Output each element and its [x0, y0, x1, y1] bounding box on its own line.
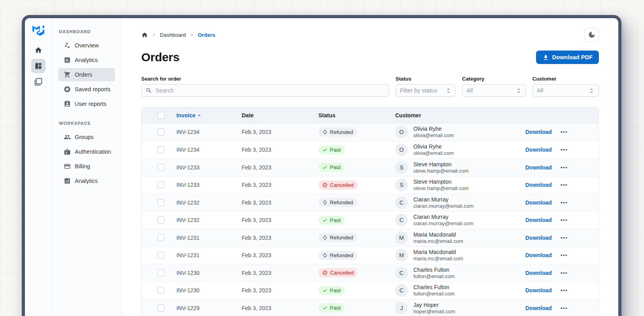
- customer-name: Charles Fulton: [413, 267, 455, 273]
- dashboard-icon: [34, 62, 42, 70]
- row-checkbox[interactable]: [157, 269, 165, 276]
- breadcrumb-orders[interactable]: Orders: [198, 32, 215, 38]
- row-checkbox[interactable]: [157, 252, 165, 259]
- more-options-button[interactable]: •••: [561, 252, 568, 258]
- download-link[interactable]: Download: [525, 305, 552, 311]
- customer-email: steve.hamp@email.com: [413, 168, 469, 174]
- download-link[interactable]: Download: [525, 164, 552, 171]
- avatar: J: [395, 302, 408, 314]
- rail-button-home[interactable]: [31, 43, 45, 57]
- row-checkbox[interactable]: [157, 234, 165, 241]
- download-link[interactable]: Download: [525, 270, 552, 276]
- category-filter-select[interactable]: All: [462, 84, 526, 97]
- block-icon: [322, 270, 328, 275]
- download-link[interactable]: Download: [525, 235, 552, 241]
- status-filter-label: Status: [396, 76, 456, 82]
- row-checkbox[interactable]: [157, 287, 165, 294]
- status-badge: Paid: [318, 216, 345, 225]
- sidebar-item-groups[interactable]: Groups: [58, 130, 115, 144]
- download-pdf-button[interactable]: Download PDF: [536, 51, 599, 64]
- sidebar-item-overview[interactable]: Overview: [58, 39, 115, 52]
- invoice-id: INV-1233: [176, 164, 242, 171]
- customer-email: hoper@email.com: [413, 308, 455, 314]
- customer-filter-label: Customer: [532, 76, 599, 82]
- download-link[interactable]: Download: [525, 129, 552, 135]
- download-link[interactable]: Download: [525, 147, 552, 153]
- more-options-button[interactable]: •••: [561, 270, 568, 276]
- status-filter-select[interactable]: Filter by status: [396, 84, 456, 97]
- status-badge: Paid: [318, 145, 345, 154]
- sidebar-item-billing[interactable]: Billing: [58, 160, 115, 173]
- table-row: INV-1230 Feb 3, 2023 Cancelled C Charles…: [142, 264, 599, 282]
- sidebar-item-label: User reports: [75, 101, 106, 107]
- window-grip-dots: [618, 23, 621, 31]
- sidebar-item-authentication[interactable]: Authentication: [58, 145, 115, 158]
- customer-email: fulton@email.com: [413, 291, 455, 297]
- table-row: INV-1232 Feb 3, 2023 Paid C Ciaran Murra…: [142, 211, 599, 229]
- select-all-checkbox[interactable]: [157, 112, 165, 119]
- sidebar-item-orders[interactable]: Orders: [58, 68, 115, 81]
- main-content: Dashboard Orders Orders Download PDF Sea…: [122, 18, 618, 316]
- search-input[interactable]: [155, 87, 385, 94]
- download-link[interactable]: Download: [525, 252, 552, 258]
- order-date: Feb 3, 2023: [242, 305, 318, 311]
- more-options-button[interactable]: •••: [561, 182, 568, 188]
- sidebar-item-label: Analytics: [75, 57, 98, 63]
- download-link[interactable]: Download: [525, 287, 552, 293]
- more-options-button[interactable]: •••: [561, 129, 568, 135]
- autorenew-icon: [322, 235, 328, 240]
- sidebar-section: DASHBOARD Overview Analytics Orders Save…: [58, 29, 115, 111]
- more-options-button[interactable]: •••: [561, 200, 568, 205]
- sidebar-item-user-reports[interactable]: User reports: [58, 97, 115, 111]
- row-checkbox[interactable]: [157, 164, 165, 171]
- mui-logo-icon: [32, 25, 44, 36]
- dark-mode-toggle[interactable]: [585, 28, 599, 42]
- chevron-right-icon: [151, 32, 157, 38]
- column-header-status: Status: [318, 112, 395, 118]
- order-date: Feb 3, 2023: [242, 252, 318, 258]
- sidebar-item-analytics[interactable]: Analytics: [58, 53, 115, 67]
- invoice-id: INV-1234: [176, 147, 242, 153]
- row-checkbox[interactable]: [157, 181, 165, 188]
- table-row: INV-1234 Feb 3, 2023 Paid O Olivia Ryhe …: [142, 141, 599, 159]
- more-options-button[interactable]: •••: [561, 288, 568, 293]
- avatar: S: [395, 179, 408, 191]
- customer-filter-select[interactable]: All: [532, 84, 599, 97]
- more-options-button[interactable]: •••: [561, 217, 568, 223]
- rail-button-layers[interactable]: [31, 75, 45, 89]
- check-icon: [322, 165, 328, 170]
- row-checkbox[interactable]: [157, 146, 165, 153]
- sidebar-item-analytics-ws[interactable]: Analytics: [58, 174, 115, 188]
- autorenew-icon: [322, 200, 328, 205]
- search-label: Search for order: [141, 76, 389, 82]
- rail-button-dashboard[interactable]: [31, 59, 45, 73]
- row-checkbox[interactable]: [157, 128, 165, 135]
- check-icon: [322, 218, 328, 223]
- order-date: Feb 3, 2023: [242, 147, 318, 153]
- order-date: Feb 3, 2023: [242, 199, 318, 206]
- download-link[interactable]: Download: [525, 217, 552, 223]
- customer-name: Steve Hampton: [413, 179, 469, 185]
- row-checkbox[interactable]: [157, 216, 165, 224]
- breadcrumb-dashboard[interactable]: Dashboard: [160, 32, 186, 38]
- avatar: C: [395, 196, 408, 209]
- table-row: INV-1231 Feb 3, 2023 Refunded M Maria Ma…: [142, 246, 599, 264]
- column-header-invoice[interactable]: Invoice: [176, 112, 242, 118]
- home-icon[interactable]: [141, 32, 148, 38]
- unfold-more-icon: [445, 88, 451, 94]
- download-link[interactable]: Download: [525, 182, 552, 188]
- status-badge: Refunded: [318, 128, 357, 137]
- layers-icon: [34, 78, 42, 86]
- more-options-button[interactable]: •••: [561, 235, 568, 241]
- row-checkbox[interactable]: [157, 199, 165, 206]
- table-row: INV-1230 Feb 3, 2023 Paid C Charles Fult…: [142, 282, 599, 299]
- avatar: M: [395, 231, 408, 244]
- invoice-id: INV-1230: [176, 270, 242, 276]
- download-link[interactable]: Download: [525, 199, 552, 206]
- row-checkbox[interactable]: [157, 305, 165, 312]
- more-options-button[interactable]: •••: [561, 305, 568, 311]
- more-options-button[interactable]: •••: [561, 147, 568, 152]
- more-options-button[interactable]: •••: [561, 165, 568, 170]
- sidebar-item-saved-reports[interactable]: Saved reports: [58, 83, 115, 96]
- customer-name: Maria Macdonald: [413, 249, 463, 255]
